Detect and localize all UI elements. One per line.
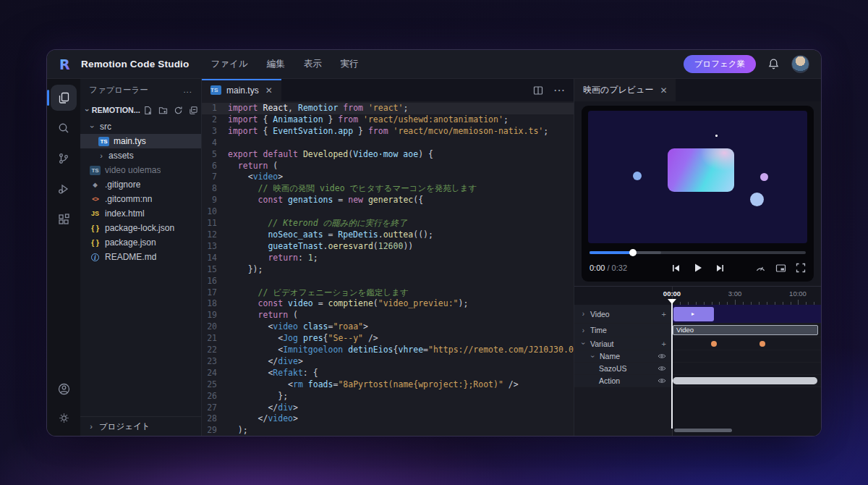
- code-line[interactable]: 5export default Developed(Video·mow aoe)…: [202, 149, 574, 161]
- timeline-horizontal-scrollbar[interactable]: [674, 429, 732, 432]
- code-line[interactable]: 12 noSeoc_aats = RpeDetis.outtea(();: [202, 229, 574, 241]
- add-track-icon[interactable]: +: [662, 340, 666, 348]
- track-content[interactable]: Video: [672, 324, 821, 337]
- editor-more-icon[interactable]: ⋯: [553, 83, 565, 97]
- tree-item--gitcomm-nn[interactable]: <>.gitcomm:nn: [80, 192, 201, 206]
- code-line[interactable]: 23 </dive>: [202, 356, 574, 368]
- picture-in-picture-icon[interactable]: [775, 263, 786, 274]
- timeline-clip[interactable]: ▸: [673, 307, 714, 321]
- code-line[interactable]: 16: [202, 276, 574, 287]
- track-content[interactable]: [672, 375, 821, 387]
- track-content[interactable]: [672, 337, 821, 350]
- code-line[interactable]: 4: [202, 138, 574, 149]
- playhead-line[interactable]: [671, 299, 673, 429]
- play-icon[interactable]: [693, 263, 703, 273]
- chevron-right-icon[interactable]: ›: [580, 326, 587, 334]
- tree-item-src[interactable]: ›src: [80, 119, 201, 134]
- code-line[interactable]: 14 return: 1;: [202, 253, 574, 264]
- skip-back-icon[interactable]: [671, 263, 681, 273]
- visibility-eye-icon[interactable]: [658, 376, 666, 385]
- code-line[interactable]: 27 </div>: [202, 402, 574, 414]
- chevron-right-icon[interactable]: ›: [580, 310, 587, 318]
- close-preview-icon[interactable]: ✕: [660, 85, 667, 96]
- menu-item-実行[interactable]: 実行: [341, 58, 359, 70]
- tab-video-preview[interactable]: 映画のプレビュー ✕: [574, 79, 676, 101]
- visibility-eye-icon[interactable]: [658, 352, 666, 360]
- new-file-icon[interactable]: [143, 106, 153, 115]
- code-line[interactable]: 13 gueateTnast.oeresvard(12600)): [202, 241, 574, 253]
- keyframe-dot[interactable]: [760, 341, 765, 347]
- track-row-video[interactable]: ›Video+▸: [574, 305, 821, 324]
- track-row-action[interactable]: Action: [574, 375, 821, 387]
- code-line[interactable]: 26 };: [202, 391, 574, 402]
- tree-item-assets[interactable]: ›assets: [80, 148, 201, 163]
- profile-button[interactable]: プロフェク業: [684, 55, 756, 73]
- code-line[interactable]: 1import React, Remotior from 'react';: [202, 103, 574, 114]
- code-line[interactable]: 2import { Animaation } from 'react/ushew…: [202, 114, 574, 126]
- track-content[interactable]: [672, 363, 821, 374]
- split-editor-icon[interactable]: [533, 85, 543, 96]
- refresh-icon[interactable]: [174, 106, 183, 115]
- close-tab-icon[interactable]: ✕: [265, 85, 273, 96]
- code-line[interactable]: 15 });: [202, 264, 574, 276]
- code-line[interactable]: 10: [202, 206, 574, 218]
- explorer-more-icon[interactable]: ...: [183, 85, 192, 94]
- code-line[interactable]: 3import { EventSvation.app } from 'react…: [202, 126, 574, 138]
- tree-item-readme-md[interactable]: iREADME.md: [80, 250, 201, 264]
- code-line[interactable]: 19 return (: [202, 310, 574, 321]
- user-avatar[interactable]: [791, 55, 809, 73]
- tab-main-tys[interactable]: TS main.tys ✕: [202, 79, 281, 101]
- code-line[interactable]: 9 const genations = new generatec({: [202, 195, 574, 206]
- skip-forward-icon[interactable]: [715, 263, 725, 273]
- seek-bar[interactable]: [590, 251, 806, 254]
- fullscreen-icon[interactable]: [796, 263, 806, 273]
- tree-item--gitignore[interactable]: ◆.gitignore: [80, 177, 201, 192]
- seek-handle[interactable]: [629, 249, 637, 256]
- project-section-header[interactable]: › REMOTION...: [80, 101, 201, 119]
- account-icon[interactable]: [51, 379, 77, 398]
- extensions-icon[interactable]: [51, 206, 77, 232]
- sidebar-footer-project[interactable]: › プロジェイト: [80, 416, 201, 436]
- code-line[interactable]: 25 <rm foads="8aPyrtost(name{wproject:};…: [202, 379, 574, 391]
- source-control-icon[interactable]: [51, 146, 77, 172]
- code-line[interactable]: 20 <video class="roaa">: [202, 321, 574, 333]
- code-line[interactable]: 6 return (: [202, 161, 574, 172]
- tree-item-package-lock-json[interactable]: { }package-lock.json: [80, 221, 201, 235]
- playhead-handle[interactable]: [668, 299, 676, 304]
- timeline-ruler[interactable]: 00:003:0010:00: [574, 287, 821, 305]
- chevron-down-icon[interactable]: ›: [579, 340, 587, 347]
- tree-item-package-json[interactable]: { }package.json: [80, 235, 201, 250]
- new-folder-icon[interactable]: [158, 106, 168, 115]
- keyframe-dot[interactable]: [711, 341, 717, 347]
- code-line[interactable]: 24 <Refakt: {: [202, 368, 574, 379]
- track-row-sazous[interactable]: SazoUS: [574, 363, 821, 375]
- code-line[interactable]: 29 );: [202, 425, 574, 436]
- add-track-icon[interactable]: +: [662, 310, 666, 319]
- tree-item-index-html[interactable]: JSindex.html: [80, 206, 201, 221]
- collapse-all-icon[interactable]: [189, 106, 198, 115]
- explorer-icon[interactable]: [51, 85, 77, 111]
- code-line[interactable]: 21 <Jog pres{"Se--y" />: [202, 333, 574, 345]
- time-track-bar[interactable]: Video: [673, 325, 818, 335]
- tree-item-main-tys[interactable]: TSmain.tys: [80, 134, 201, 148]
- code-line[interactable]: 28 </video>: [202, 413, 574, 425]
- track-row-name[interactable]: ›Name: [574, 350, 821, 363]
- code-line[interactable]: 11 // Kterond の罷み的に実行を終了: [202, 218, 574, 229]
- tree-item-video-uolemas[interactable]: TSvideo uolemas: [80, 163, 201, 177]
- track-row-variaut[interactable]: ›Variaut+: [574, 337, 821, 350]
- code-line[interactable]: 8 // 映画の発閲 video でヒタするマーコンを発苑します: [202, 183, 574, 195]
- code-line[interactable]: 18 const video = comptiene("video_previe…: [202, 298, 574, 310]
- run-debug-icon[interactable]: [51, 176, 77, 202]
- playback-rate-icon[interactable]: [755, 263, 766, 274]
- code-line[interactable]: 22 <Imnitgoeloon detinEios{vhree="https:…: [202, 345, 574, 356]
- visibility-eye-icon[interactable]: [658, 364, 666, 373]
- code-line[interactable]: 7 <video>: [202, 172, 574, 183]
- menu-item-表示[interactable]: 表示: [304, 58, 322, 70]
- menu-item-ファイル[interactable]: ファイル: [211, 58, 248, 70]
- menu-item-編集[interactable]: 編集: [267, 58, 285, 70]
- chevron-down-icon[interactable]: ›: [589, 353, 597, 360]
- search-icon[interactable]: [51, 115, 77, 141]
- settings-gear-icon[interactable]: [51, 408, 77, 427]
- notifications-bell-icon[interactable]: [767, 58, 780, 70]
- code-line[interactable]: 17 // ビデオフェニーションを鑑定します: [202, 287, 574, 299]
